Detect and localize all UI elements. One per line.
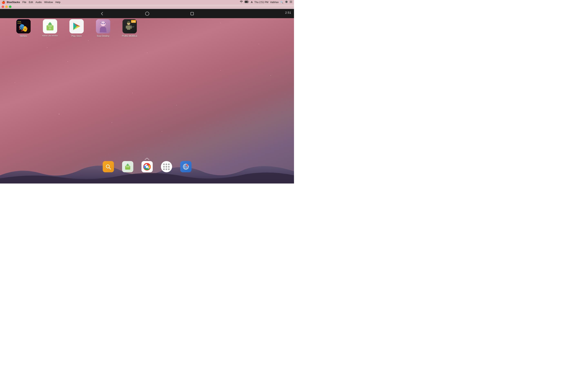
taskbar-chrome-button[interactable] [141, 161, 153, 172]
heroes-icon[interactable]: STAR WARS 🎭 [16, 19, 31, 33]
taskbar-drawer-button[interactable] [161, 161, 172, 172]
datetime-display: Thu 2:51 PM [254, 1, 268, 4]
app-heroes[interactable]: STAR WARS 🎭 Heroes [16, 19, 31, 37]
play-store-label: Play Store [71, 35, 82, 37]
svg-point-17 [102, 23, 103, 24]
soul-destiny-icon[interactable] [96, 19, 110, 33]
svg-rect-27 [133, 26, 134, 27]
taskbar-search-button[interactable] [103, 161, 114, 172]
android-navbar [0, 9, 294, 18]
svg-point-42 [187, 165, 188, 166]
android-screen: 2:51 STAR [0, 9, 294, 184]
window-titlebar [0, 4, 294, 9]
nav-back-button[interactable] [100, 12, 104, 16]
svg-text:LITE: LITE [132, 21, 135, 23]
help-menu[interactable]: Help [55, 1, 61, 4]
keyboard-indicator: A [251, 1, 252, 4]
soul-destiny-label: Soul Destiny [97, 35, 109, 37]
username-display[interactable]: Vaibhav [270, 1, 279, 4]
battery-icon [245, 1, 249, 4]
minimize-button[interactable] [5, 6, 8, 8]
nav-home-button[interactable] [145, 11, 149, 16]
play-store-icon[interactable] [69, 19, 84, 33]
android-taskbar [0, 159, 294, 174]
svg-point-43 [145, 12, 149, 16]
wifi-icon [240, 1, 243, 4]
android-time-display: 2:51 [285, 11, 291, 14]
svg-point-18 [104, 23, 105, 24]
app-icons-grid: STAR WARS 🎭 Heroes [16, 19, 137, 37]
svg-point-3 [286, 1, 287, 3]
file-menu[interactable]: File [22, 1, 26, 4]
close-button[interactable] [2, 6, 4, 8]
drawer-dots-grid [163, 164, 170, 170]
audio-menu[interactable]: Audio [35, 1, 42, 4]
maximize-button[interactable] [9, 6, 11, 8]
app-pubg[interactable]: LITE PUBG MOBILE [122, 19, 137, 37]
svg-text:🎭: 🎭 [18, 23, 28, 33]
svg-text:STAR: STAR [17, 21, 21, 22]
pubg-icon[interactable]: LITE [122, 19, 137, 33]
app-soul-destiny[interactable]: Soul Destiny [96, 19, 110, 37]
mac-menubar: 🍎 BlueStacks File Edit Audio Window Help… [0, 0, 294, 4]
svg-point-16 [101, 21, 105, 26]
notification-icon[interactable] [290, 0, 292, 4]
native-libs-icon[interactable] [43, 19, 57, 33]
native-libs-label: Native Libs Monitor [42, 35, 58, 37]
apple-menu-icon[interactable]: 🍎 [2, 1, 5, 4]
bluestacks-window: 2:51 STAR [0, 4, 294, 184]
pubg-label: PUBG MOBILE [122, 35, 138, 37]
taskbar-bluestacks-button[interactable] [122, 161, 133, 172]
svg-rect-24 [126, 26, 127, 29]
taskbar-browser-button[interactable] [180, 161, 191, 172]
svg-point-35 [146, 166, 148, 168]
mac-status-bar: A Thu 2:51 PM Vaibhav 🔍 [240, 0, 292, 4]
app-play-store[interactable]: Play Store [69, 19, 84, 37]
app-native-libs[interactable]: Native Libs Monitor [43, 19, 57, 37]
window-menu[interactable]: Window [44, 1, 53, 4]
svg-rect-23 [127, 25, 130, 30]
app-name-menu[interactable]: BlueStacks [7, 1, 20, 4]
nav-recents-button[interactable] [190, 12, 194, 16]
svg-rect-44 [191, 12, 194, 15]
heroes-label: Heroes [20, 35, 27, 37]
svg-point-13 [49, 27, 51, 29]
edit-menu[interactable]: Edit [29, 1, 33, 4]
spotlight-icon[interactable]: 🔍 [280, 1, 283, 4]
svg-rect-1 [245, 1, 248, 3]
siri-icon[interactable] [285, 0, 288, 4]
svg-line-29 [109, 167, 111, 169]
